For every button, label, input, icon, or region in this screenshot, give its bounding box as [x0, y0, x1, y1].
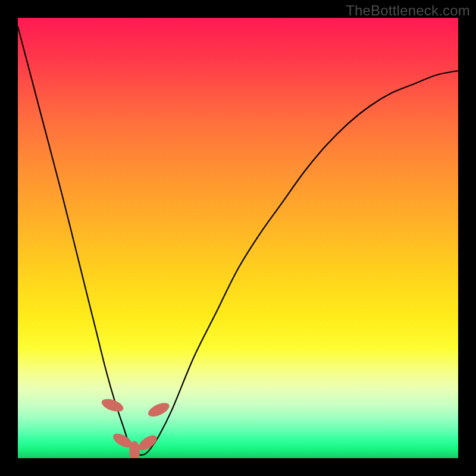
curve-markers	[100, 396, 171, 458]
curve-marker	[100, 396, 125, 414]
bottleneck-curve	[18, 27, 458, 455]
chart-frame: TheBottleneck.com	[0, 0, 476, 476]
curve-layer	[18, 18, 458, 458]
plot-area	[18, 18, 458, 458]
watermark-text: TheBottleneck.com	[346, 2, 470, 19]
curve-marker	[146, 400, 171, 419]
